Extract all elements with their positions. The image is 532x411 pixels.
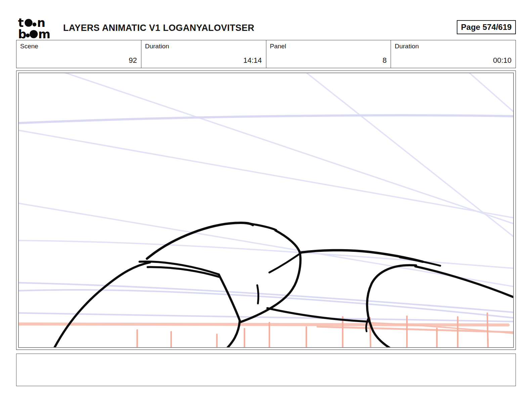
- logo-dot-small-top: [33, 22, 37, 27]
- caption-box: [16, 354, 516, 386]
- storyboard-page: t n b m LAYERS ANIMATIC V1 LOGANYALOVITS…: [0, 0, 532, 411]
- guide-lines-lavender: [19, 73, 513, 288]
- document-title: LAYERS ANIMATIC V1 LOGANYALOVITSER: [63, 23, 254, 33]
- info-cell-panel: Panel 8: [266, 40, 391, 68]
- logo-letter-m: m: [38, 28, 50, 40]
- guide-lines-salmon: [19, 324, 508, 325]
- info-value: 14:14: [243, 56, 262, 65]
- info-value: 92: [129, 56, 137, 65]
- info-cell-scene-duration: Duration 14:14: [141, 40, 266, 68]
- info-cell-scene: Scene 92: [16, 40, 141, 68]
- info-label: Scene: [20, 43, 38, 50]
- storyboard-panel: [16, 71, 516, 350]
- panel-inner-frame: [18, 73, 514, 348]
- logo-dot-large-top: [25, 19, 32, 27]
- info-bar: Scene 92 Duration 14:14 Panel 8 Duration…: [16, 40, 516, 68]
- info-value: 8: [383, 56, 387, 65]
- panel-sketch-drawing: [19, 73, 513, 347]
- info-value: 00:10: [493, 56, 512, 65]
- logo-letter-b: b: [18, 28, 27, 40]
- guide-lines-lavender-strong: [19, 115, 513, 321]
- sketch-ink-strokes: [53, 223, 513, 347]
- info-label: Duration: [145, 43, 169, 50]
- info-label: Duration: [395, 43, 419, 50]
- page-number-badge: Page 574/619: [457, 20, 516, 34]
- toonboom-logo: t n b m: [15, 17, 60, 40]
- logo-dot-large-bottom: [30, 30, 38, 38]
- info-cell-panel-duration: Duration 00:10: [391, 40, 516, 68]
- info-label: Panel: [270, 43, 286, 50]
- logo-dot-small-bottom: [26, 34, 30, 38]
